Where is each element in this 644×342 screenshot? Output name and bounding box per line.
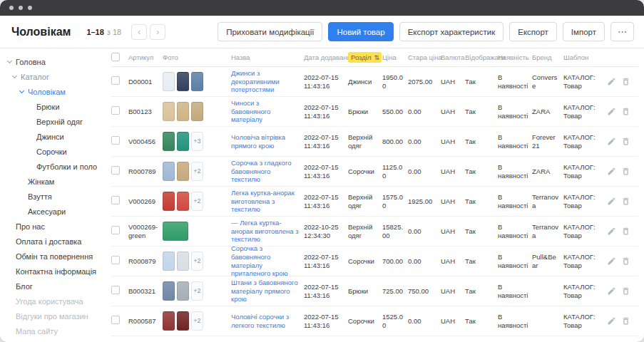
- export-button[interactable]: Експорт: [509, 22, 557, 41]
- prev-page-button[interactable]: ‹: [131, 24, 147, 40]
- column-header-name[interactable]: Назва: [231, 53, 304, 61]
- column-header-display[interactable]: Відображати: [465, 53, 498, 61]
- column-header-price[interactable]: Ціна: [382, 53, 408, 61]
- window-dot-2[interactable]: [19, 6, 23, 10]
- edit-icon[interactable]: [607, 227, 616, 236]
- column-header-photo[interactable]: Фото: [163, 53, 231, 61]
- sidebar-item-15[interactable]: Блог: [0, 279, 107, 294]
- column-header-sku[interactable]: Артикул: [128, 53, 163, 61]
- column-header-template[interactable]: Шаблон: [563, 53, 602, 61]
- column-header-section[interactable]: Розділ⇅: [348, 52, 382, 63]
- delete-icon[interactable]: [621, 286, 630, 296]
- sidebar-item-13[interactable]: Обмін та повернення: [0, 249, 107, 264]
- product-name-link[interactable]: Сорочка з бавовняного матеріалу притален…: [231, 244, 300, 279]
- product-photo[interactable]: [191, 102, 203, 121]
- delete-icon[interactable]: [621, 316, 630, 326]
- edit-icon[interactable]: [607, 316, 616, 326]
- row-checkbox[interactable]: [111, 256, 120, 264]
- edit-icon[interactable]: [607, 197, 616, 206]
- import-button[interactable]: Імпорт: [563, 22, 605, 41]
- product-photo[interactable]: [163, 192, 175, 211]
- more-actions-button[interactable]: ⋯: [610, 22, 634, 41]
- delete-icon[interactable]: [621, 137, 630, 146]
- row-checkbox[interactable]: [111, 226, 120, 234]
- edit-icon[interactable]: [607, 77, 616, 86]
- sidebar-item-4[interactable]: Верхній одяг: [0, 114, 107, 129]
- delete-icon[interactable]: [621, 167, 630, 176]
- product-photo[interactable]: [163, 132, 175, 151]
- sidebar-item-9[interactable]: Взуття: [0, 189, 107, 204]
- select-all-checkbox[interactable]: [111, 53, 120, 61]
- product-photo[interactable]: [163, 222, 188, 241]
- more-photos-badge[interactable]: +2: [191, 192, 203, 211]
- edit-icon[interactable]: [607, 137, 616, 146]
- row-checkbox[interactable]: [111, 106, 120, 115]
- product-photo[interactable]: [163, 252, 175, 271]
- delete-icon[interactable]: [621, 107, 630, 116]
- product-name-link[interactable]: Легка куртка-анорак виготовлена з тексти…: [231, 189, 300, 214]
- column-header-brand[interactable]: Бренд: [532, 53, 563, 61]
- product-photo[interactable]: [177, 281, 189, 301]
- product-name-link[interactable]: Чиноси з бавовняного матеріалу: [231, 99, 300, 125]
- sidebar-item-16[interactable]: Угода користувача: [0, 294, 107, 309]
- product-photo[interactable]: [177, 192, 189, 211]
- row-checkbox[interactable]: [111, 286, 120, 294]
- sidebar-item-14[interactable]: Контактна інформація: [0, 264, 107, 279]
- sidebar-item-2[interactable]: Чоловікам: [0, 84, 107, 99]
- sidebar-item-0[interactable]: Головна: [0, 54, 107, 69]
- product-photo[interactable]: [177, 162, 189, 181]
- row-checkbox[interactable]: [111, 76, 120, 85]
- row-checkbox[interactable]: [111, 136, 120, 145]
- edit-icon[interactable]: [607, 167, 616, 176]
- product-photo[interactable]: [163, 311, 175, 331]
- product-photo[interactable]: [163, 102, 175, 121]
- product-photo[interactable]: [177, 102, 189, 121]
- sidebar-item-17[interactable]: Відгуки про магазин: [0, 309, 107, 323]
- more-photos-badge[interactable]: +2: [191, 252, 203, 271]
- more-photos-badge[interactable]: +3: [191, 132, 203, 151]
- sidebar-item-11[interactable]: Про нас: [0, 219, 107, 234]
- product-name-link[interactable]: Джинси з декоративними потертостями: [231, 69, 300, 95]
- edit-icon[interactable]: [607, 286, 616, 296]
- product-photo[interactable]: [163, 162, 175, 181]
- export-characteristics-button[interactable]: Експорт характеристик: [399, 22, 504, 41]
- edit-icon[interactable]: [607, 256, 616, 266]
- sidebar-item-3[interactable]: Брюки: [0, 99, 107, 114]
- sidebar-item-7[interactable]: Футболки и поло: [0, 159, 107, 174]
- product-name-link[interactable]: Штани з бавовняного матеріалу прямого кр…: [231, 279, 300, 304]
- row-checkbox[interactable]: [111, 316, 120, 324]
- delete-icon[interactable]: [621, 77, 630, 86]
- sidebar-item-6[interactable]: Сорочки: [0, 144, 107, 159]
- more-photos-badge[interactable]: +2: [191, 162, 203, 181]
- column-header-currency[interactable]: Валюта: [441, 53, 465, 61]
- column-header-oldprice[interactable]: Стара ціна: [408, 53, 441, 61]
- sidebar-item-12[interactable]: Оплата і доставка: [0, 234, 107, 249]
- product-photo[interactable]: [163, 281, 175, 301]
- product-photo[interactable]: [191, 72, 203, 91]
- window-dot-1[interactable]: [9, 6, 14, 10]
- product-name-link[interactable]: — Легка куртка-анорак виготовлена з текс…: [231, 219, 300, 244]
- sidebar-item-8[interactable]: Жінкам: [0, 174, 107, 189]
- row-checkbox[interactable]: [111, 196, 120, 204]
- more-photos-badge[interactable]: +2: [191, 281, 203, 301]
- new-product-button[interactable]: Новий товар: [328, 22, 393, 41]
- delete-icon[interactable]: [621, 197, 630, 206]
- delete-icon[interactable]: [621, 227, 630, 236]
- product-photo[interactable]: [177, 72, 189, 91]
- hide-modifications-button[interactable]: Приховати модифікації: [218, 22, 322, 41]
- more-photos-badge[interactable]: +2: [191, 311, 203, 331]
- column-header-date[interactable]: Дата додавання: [304, 53, 348, 61]
- sidebar-item-18[interactable]: Мапа сайту: [0, 323, 107, 338]
- product-photo[interactable]: [177, 252, 189, 271]
- row-checkbox[interactable]: [111, 166, 120, 175]
- sidebar-item-5[interactable]: Джинси: [0, 129, 107, 144]
- sidebar-item-10[interactable]: Аксесуари: [0, 204, 107, 219]
- sidebar-item-1[interactable]: Каталог: [0, 69, 107, 84]
- next-page-button[interactable]: ›: [150, 24, 165, 40]
- product-name-link[interactable]: Чоловічі сорочки з легкого текстилю: [231, 313, 300, 330]
- product-name-link[interactable]: Чоловіча вітрівка прямого крою: [231, 133, 300, 150]
- column-header-stock[interactable]: Наявність: [498, 53, 532, 61]
- delete-icon[interactable]: [621, 256, 630, 266]
- product-photo[interactable]: [177, 311, 189, 331]
- product-photo[interactable]: [163, 72, 175, 91]
